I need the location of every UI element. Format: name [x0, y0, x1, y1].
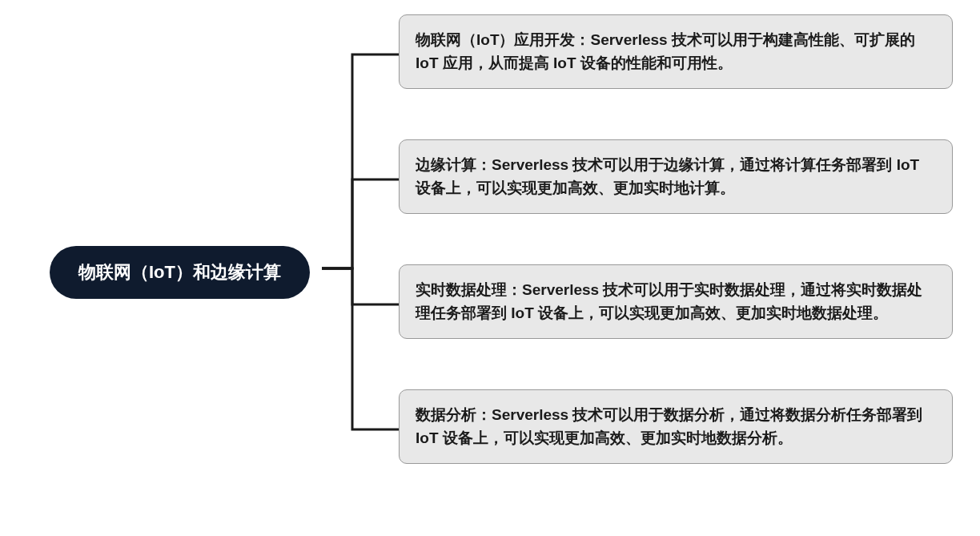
child-node-realtime-data: 实时数据处理：Serverless 技术可以用于实时数据处理，通过将实时数据处理… — [399, 264, 953, 339]
child-node-edge-computing: 边缘计算：Serverless 技术可以用于边缘计算，通过将计算任务部署到 Io… — [399, 139, 953, 214]
root-label: 物联网（IoT）和边缘计算 — [78, 262, 281, 282]
child-node-data-analysis: 数据分析：Serverless 技术可以用于数据分析，通过将数据分析任务部署到 … — [399, 389, 953, 464]
child-node-iot-app: 物联网（IoT）应用开发：Serverless 技术可以用于构建高性能、可扩展的… — [399, 14, 953, 89]
mindmap-container: 物联网（IoT）和边缘计算 物联网（IoT）应用开发：Serverless 技术… — [0, 0, 980, 536]
child-text: 边缘计算：Serverless 技术可以用于边缘计算，通过将计算任务部署到 Io… — [416, 156, 919, 196]
child-text: 物联网（IoT）应用开发：Serverless 技术可以用于构建高性能、可扩展的… — [416, 31, 915, 71]
child-text: 数据分析：Serverless 技术可以用于数据分析，通过将数据分析任务部署到 … — [416, 406, 922, 446]
child-text: 实时数据处理：Serverless 技术可以用于实时数据处理，通过将实时数据处理… — [416, 281, 922, 321]
root-node: 物联网（IoT）和边缘计算 — [50, 246, 310, 299]
